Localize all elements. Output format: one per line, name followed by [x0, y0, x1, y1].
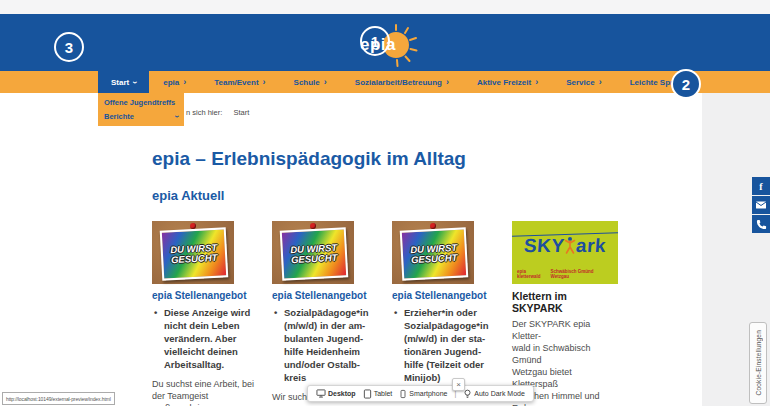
section-title: epia Aktuell [152, 188, 224, 203]
browser-top-strip [0, 0, 770, 14]
skypark-logo-text: ark [575, 235, 607, 257]
card-stellenangebot-2[interactable]: DU WIRST GESUCHT epia Stellenangebot • S… [272, 221, 380, 406]
nav-item-label: Team/Event [214, 78, 258, 87]
chevron-right-icon: › [183, 78, 186, 87]
chevron-right-icon: › [535, 78, 538, 87]
preview-mode-label: Auto Dark Mode [474, 390, 525, 397]
breadcrumb: n sich hier: Start [186, 108, 249, 117]
pin-icon [430, 223, 436, 229]
nav-item-start[interactable]: Start › [98, 71, 149, 93]
poster-graphic: DU WIRST GESUCHT [400, 227, 469, 280]
start-dropdown-menu: Offene Jugendtreffs Berichte › [98, 93, 184, 126]
bullet-icon: • [392, 306, 404, 384]
annotation-step-2: 2 [671, 69, 701, 99]
card-title: Klettern im SKYPARK [512, 290, 620, 314]
toolbar-close-button[interactable]: × [452, 378, 465, 391]
nav-item-epia[interactable]: epia › [149, 71, 200, 93]
nav-item-label: Sozialarbeit/Betreuung [355, 78, 442, 87]
phone-icon [756, 219, 767, 230]
nav-item-team-event[interactable]: Team/Event › [200, 71, 279, 93]
main-navigation: Start › epia › Team/Event › Schule › Soz… [0, 71, 770, 93]
nav-item-label: Aktive Freizeit [477, 78, 531, 87]
poster-text: GESUCHT [171, 253, 218, 265]
bullet-text: Erzieher*in oder Sozialpädagoge*in (m/w/… [404, 306, 500, 384]
pin-icon [190, 223, 196, 229]
card-skypark[interactable]: SKY ark epia kletterwald Schwäbisch Gmün… [512, 221, 620, 406]
toolbar-separator: | [454, 390, 456, 397]
bullet-text: Sozialpädagoge*in (m/w/d) in der am- bul… [284, 306, 380, 384]
preview-mode-tablet[interactable]: Tablet [363, 389, 393, 399]
nav-item-service[interactable]: Service › [552, 71, 615, 93]
skypark-sub-right: Schwäbisch Gmünd Wetzgau [551, 269, 613, 279]
breadcrumb-current[interactable]: Start [233, 108, 249, 117]
skypark-logo-row: SKY ark [512, 235, 618, 257]
preview-device-toolbar: Desktop Tablet Smartphone | Auto Dark Mo… [307, 385, 534, 402]
cookie-settings-button[interactable]: Cookie-Einstellungen [749, 322, 767, 404]
pin-icon [310, 223, 316, 229]
card-title: epia Stellenangebot [392, 290, 500, 302]
poster-graphic: DU WIRST GESUCHT [160, 227, 229, 280]
facebook-icon: f [759, 181, 762, 192]
chevron-right-icon: › [446, 78, 449, 87]
tablet-icon [363, 389, 372, 399]
annotation-step-1: 1 [360, 26, 390, 56]
preview-mode-label: Smartphone [409, 390, 447, 397]
smartphone-icon [399, 389, 407, 399]
external-preview-window: epia 3 1 Start › epia › Team/Event › Sch… [0, 0, 770, 406]
mail-icon [755, 199, 767, 211]
card-bullet: • Erzieher*in oder Sozialpädagoge*in (m/… [392, 306, 500, 384]
preview-mode-desktop[interactable]: Desktop [316, 389, 356, 398]
nav-item-label: epia [163, 78, 179, 87]
card-body: Du suchst eine Arbeit, bei der Teamgeist… [152, 378, 260, 406]
nav-item-aktive-freizeit[interactable]: Aktive Freizeit › [463, 71, 552, 93]
nav-item-sozialarbeit-betreuung[interactable]: Sozialarbeit/Betreuung › [341, 71, 463, 93]
facebook-button[interactable]: f [752, 177, 770, 195]
desktop-icon [316, 389, 326, 398]
site-header: epia 3 1 [0, 14, 770, 71]
menu-item-offene-jugendtreffs[interactable]: Offene Jugendtreffs [98, 95, 184, 109]
status-url: http://localhost:10149/external-preview/… [6, 396, 111, 402]
card-title: epia Stellenangebot [272, 290, 380, 302]
card-bullet: • Sozialpädagoge*in (m/w/d) in der am- b… [272, 306, 380, 384]
skypark-sub-left: epia kletterwald [517, 269, 551, 279]
poster-graphic: DU WIRST GESUCHT [280, 227, 349, 280]
nav-item-schule[interactable]: Schule › [280, 71, 341, 93]
mail-button[interactable] [752, 196, 770, 214]
chevron-down-icon: › [130, 81, 139, 84]
close-icon: × [456, 380, 461, 389]
phone-button[interactable] [752, 215, 770, 233]
chevron-right-icon: › [324, 78, 327, 87]
preview-auto-dark-mode[interactable]: Auto Dark Mode [463, 389, 525, 399]
news-cards: DU WIRST GESUCHT epia Stellenangebot • D… [152, 221, 620, 406]
page-title: epia – Erlebnispädagogik im Alltag [152, 148, 466, 170]
menu-item-label: Offene Jugendtreffs [104, 98, 175, 107]
breadcrumb-prefix: n sich hier: [186, 108, 222, 117]
du-wirst-gesucht-image: DU WIRST GESUCHT [152, 221, 234, 284]
preview-mode-label: Desktop [328, 390, 356, 397]
du-wirst-gesucht-image: DU WIRST GESUCHT [272, 221, 354, 284]
card-stellenangebot-3[interactable]: DU WIRST GESUCHT epia Stellenangebot • E… [392, 221, 500, 406]
nav-item-label: Start [111, 78, 129, 87]
cookie-settings-label: Cookie-Einstellungen [755, 330, 762, 395]
card-title: epia Stellenangebot [152, 290, 260, 302]
bullet-text: Diese Anzeige wird nicht dein Leben verä… [164, 306, 260, 371]
card-stellenangebot-1[interactable]: DU WIRST GESUCHT epia Stellenangebot • D… [152, 221, 260, 406]
poster-text: GESUCHT [291, 253, 338, 265]
chevron-right-icon: › [599, 78, 602, 87]
poster-text: GESUCHT [411, 253, 458, 265]
annotation-step-3: 3 [54, 32, 84, 62]
preview-mode-smartphone[interactable]: Smartphone [399, 389, 447, 399]
status-url-tooltip: http://localhost:10149/external-preview/… [2, 392, 115, 405]
skypark-logo-image: SKY ark epia kletterwald Schwäbisch Gmün… [512, 221, 618, 284]
menu-item-berichte[interactable]: Berichte › [98, 109, 184, 123]
contact-quickbar: f [752, 177, 770, 234]
du-wirst-gesucht-image: DU WIRST GESUCHT [392, 221, 474, 284]
chevron-right-icon: › [263, 78, 266, 87]
menu-item-label: Berichte [104, 112, 134, 121]
chevron-down-icon: › [172, 115, 181, 118]
nav-item-label: Service [566, 78, 594, 87]
skypark-logo-text: SKY [523, 235, 565, 257]
bullet-icon: • [272, 306, 284, 384]
preview-mode-label: Tablet [374, 390, 393, 397]
card-bullet: • Diese Anzeige wird nicht dein Leben ve… [152, 306, 260, 371]
